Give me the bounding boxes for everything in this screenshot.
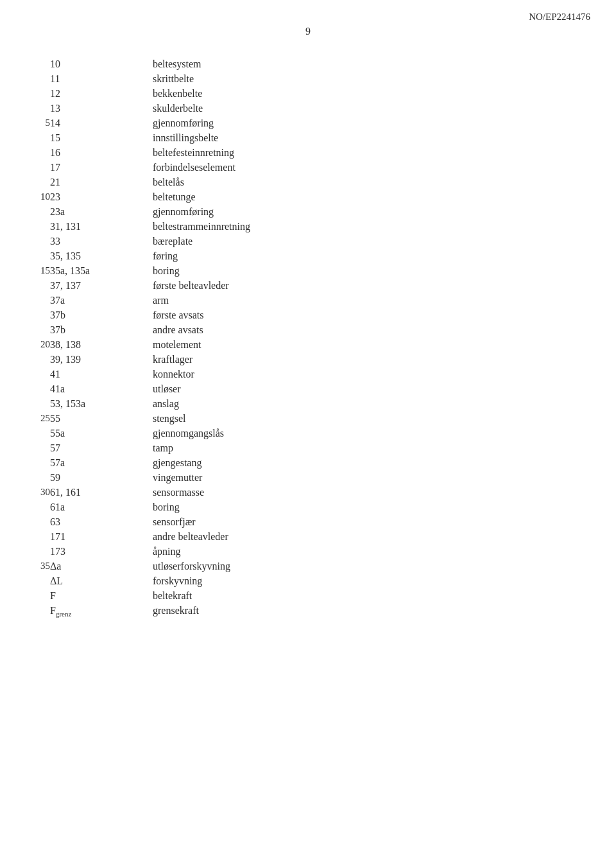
table-row: 10beltesystem <box>26 57 590 71</box>
line-number: 15 <box>26 263 50 278</box>
description-text: utløserforskyvning <box>153 559 590 573</box>
reference-code: 55 <box>50 411 153 426</box>
line-number: 5 <box>26 116 50 130</box>
description-text: tamp <box>153 441 590 455</box>
reference-code: 23 <box>50 189 153 204</box>
reference-code: 35a, 135a <box>50 263 153 278</box>
reference-code: 13 <box>50 101 153 116</box>
description-text: stengsel <box>153 411 590 426</box>
description-text: første avsats <box>153 308 590 322</box>
reference-code: 15 <box>50 130 153 145</box>
table-row: 17forbindelseselement <box>26 160 590 175</box>
description-text: åpning <box>153 544 590 559</box>
reference-code: 57 <box>50 441 153 455</box>
reference-code: 33 <box>50 234 153 249</box>
description-text: anslag <box>153 396 590 411</box>
table-row: 1535a, 135aboring <box>26 263 590 278</box>
reference-code: 23a <box>50 204 153 219</box>
reference-code: 21 <box>50 175 153 189</box>
description-text: andre belteavleder <box>153 529 590 544</box>
line-number <box>26 322 50 337</box>
table-row: 57tamp <box>26 441 590 455</box>
table-row: 2555stengsel <box>26 411 590 426</box>
reference-code: 14 <box>50 116 153 130</box>
description-text: boring <box>153 500 590 514</box>
table-row: 57agjengestang <box>26 455 590 470</box>
reference-code: 37a <box>50 293 153 308</box>
reference-code: 35, 135 <box>50 249 153 263</box>
description-text: innstillingsbelte <box>153 130 590 145</box>
table-row: 13skulderbelte <box>26 101 590 116</box>
line-number <box>26 293 50 308</box>
line-number: 25 <box>26 411 50 426</box>
table-row: 21beltelås <box>26 175 590 189</box>
line-number <box>26 396 50 411</box>
description-text: gjennomføring <box>153 116 590 130</box>
line-number <box>26 603 50 619</box>
description-text: konnektor <box>153 367 590 381</box>
description-text: utløser <box>153 381 590 396</box>
reference-code: 12 <box>50 86 153 101</box>
description-text: skulderbelte <box>153 101 590 116</box>
line-number <box>26 204 50 219</box>
reference-code: 63 <box>50 514 153 529</box>
description-text: forbindelseselement <box>153 160 590 175</box>
description-text: andre avsats <box>153 322 590 337</box>
table-row: 61aboring <box>26 500 590 514</box>
reference-code: 41a <box>50 381 153 396</box>
page-number: 9 <box>0 0 616 57</box>
reference-code: 37b <box>50 322 153 337</box>
reference-code: 57a <box>50 455 153 470</box>
reference-code: 61, 161 <box>50 485 153 500</box>
description-text: kraftlager <box>153 352 590 367</box>
description-text: beltelås <box>153 175 590 189</box>
table-row: 171andre belteavleder <box>26 529 590 544</box>
reference-code: 37, 137 <box>50 278 153 293</box>
table-row: 41autløser <box>26 381 590 396</box>
line-number <box>26 470 50 485</box>
reference-code: 17 <box>50 160 153 175</box>
description-text: forskyvning <box>153 573 590 588</box>
line-number <box>26 278 50 293</box>
description-text: føring <box>153 249 590 263</box>
table-row: 37, 137første belteavleder <box>26 278 590 293</box>
reference-code: 59 <box>50 470 153 485</box>
description-text: sensorfjær <box>153 514 590 529</box>
reference-code: 53, 153a <box>50 396 153 411</box>
description-text: bekkenbelte <box>153 86 590 101</box>
reference-code: 31, 131 <box>50 219 153 234</box>
table-row: 59vingemutter <box>26 470 590 485</box>
description-text: gjengestang <box>153 455 590 470</box>
description-text: bæreplate <box>153 234 590 249</box>
reference-code: 173 <box>50 544 153 559</box>
table-row: 12bekkenbelte <box>26 86 590 101</box>
line-number <box>26 426 50 441</box>
reference-code: 10 <box>50 57 153 71</box>
line-number: 10 <box>26 189 50 204</box>
table-row: 55agjennomgangslås <box>26 426 590 441</box>
line-number: 20 <box>26 337 50 352</box>
description-text: arm <box>153 293 590 308</box>
description-text: grensekraft <box>153 603 590 619</box>
table-row: 2038, 138motelement <box>26 337 590 352</box>
table-row: 11skrittbelte <box>26 71 590 86</box>
description-text: sensormasse <box>153 485 590 500</box>
line-number <box>26 71 50 86</box>
reference-code: 55a <box>50 426 153 441</box>
line-number <box>26 219 50 234</box>
line-number <box>26 529 50 544</box>
table-row: 1023beltetunge <box>26 189 590 204</box>
table-row: 53, 153aanslag <box>26 396 590 411</box>
line-number <box>26 544 50 559</box>
description-text: beltestrammeinnretning <box>153 219 590 234</box>
table-row: 37bandre avsats <box>26 322 590 337</box>
reference-code: 41 <box>50 367 153 381</box>
reference-code: 39, 139 <box>50 352 153 367</box>
table-row: 63sensorfjær <box>26 514 590 529</box>
reference-code: 16 <box>50 145 153 160</box>
line-number <box>26 130 50 145</box>
line-number <box>26 308 50 322</box>
table-row: 15innstillingsbelte <box>26 130 590 145</box>
description-text: boring <box>153 263 590 278</box>
reference-code: Δa <box>50 559 153 573</box>
